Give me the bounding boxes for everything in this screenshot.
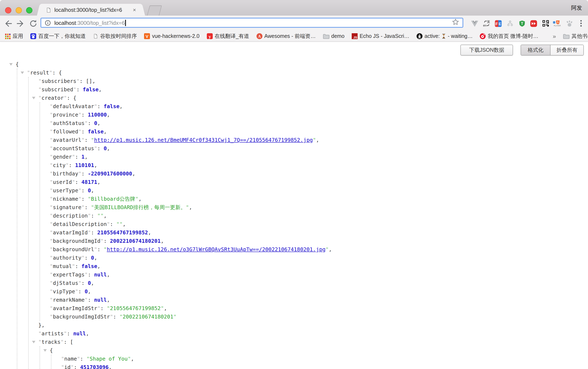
qr-code-icon[interactable] <box>541 18 550 28</box>
json-token: avatarImgIdStr <box>53 305 97 311</box>
json-url-link[interactable]: http://p1.music.126.net/BmeUMF4Cr0f3431C… <box>94 137 313 143</box>
json-token: " <box>50 280 53 286</box>
json-token: " <box>50 297 53 303</box>
json-line: "mutual": false, <box>0 262 588 270</box>
forward-button[interactable] <box>16 19 25 28</box>
tab-close-icon[interactable]: × <box>133 7 136 13</box>
json-token: " <box>82 137 85 143</box>
vue-icon: V <box>144 33 150 39</box>
json-token: " <box>50 229 53 236</box>
bookmark-item[interactable]: y在线翻译_有道 <box>207 33 249 40</box>
json-token: " <box>50 221 53 227</box>
svg-text:V: V <box>146 34 148 39</box>
json-token: 110000 <box>88 111 107 118</box>
json-token: , <box>131 356 134 362</box>
collapse-toggle-icon[interactable] <box>43 349 47 352</box>
json-token: birthday <box>53 170 78 177</box>
json-token: " <box>94 103 97 110</box>
json-token: " <box>78 187 82 194</box>
json-token: " <box>82 204 85 210</box>
json-token: " <box>50 128 53 135</box>
info-circle-icon[interactable] <box>45 20 51 26</box>
collapse-all-button[interactable]: 折叠所有 <box>550 45 583 55</box>
bookmark-star-icon[interactable] <box>452 18 459 27</box>
bookmark-item[interactable]: demo <box>323 33 345 39</box>
menu-dots-icon[interactable] <box>576 18 586 28</box>
json-token: , <box>107 297 110 303</box>
json-token: , <box>189 204 192 210</box>
bookmark-item[interactable]: active:- waiting… <box>417 33 472 39</box>
other-bookmarks-folder[interactable]: 其他书签 <box>563 33 588 40</box>
json-token: : <box>97 103 104 110</box>
json-line: "result": { <box>0 69 588 77</box>
back-button[interactable] <box>3 19 13 28</box>
json-token: " <box>50 246 53 252</box>
new-tab-button[interactable] <box>147 5 162 16</box>
profile-name[interactable]: 阿发 <box>571 4 582 12</box>
json-token: " <box>50 179 53 185</box>
json-token: backgroundImgId <box>53 238 100 244</box>
bookmark-item[interactable]: 谷歌按时间排序 <box>93 33 137 40</box>
json-line: "avatarImgIdStr": "2105564767199852", <box>0 304 588 313</box>
svg-text:A: A <box>258 34 261 39</box>
minimize-window-button[interactable] <box>16 7 22 13</box>
json-token: , <box>86 330 89 337</box>
bookmark-item[interactable]: Vvue-hackernews-2.0 <box>144 33 200 39</box>
bookmark-item[interactable]: AAwesomes - 前端资… <box>256 33 316 40</box>
json-token: : <box>76 86 83 93</box>
json-token: " <box>100 238 104 244</box>
zoom-window-button[interactable] <box>26 7 32 13</box>
json-token: " <box>82 255 85 261</box>
json-token: false <box>88 128 104 135</box>
collapse-toggle-icon[interactable] <box>21 71 24 74</box>
json-token: , <box>148 229 151 236</box>
download-circle-icon <box>417 33 422 39</box>
paw-gray-icon[interactable] <box>564 18 574 28</box>
json-line: "avatarImgId": 2105564767199852, <box>0 229 588 237</box>
json-token: " <box>50 305 53 311</box>
sitemap-icon[interactable] <box>505 18 515 28</box>
svg-text:F: F <box>495 21 498 26</box>
bookmark-item[interactable]: 我的首页 微博-随时… <box>480 33 538 40</box>
browser-tab[interactable]: localhost:3000/top_list?idx=6 × <box>42 4 140 16</box>
json-token: detailDescription <box>53 221 107 227</box>
bookmark-item[interactable]: JSEcho JS - JavaScri… <box>352 33 410 39</box>
shield-t-icon[interactable]: T <box>517 18 526 28</box>
url-bar[interactable]: localhost:3000/top_list?idx=6 <box>41 18 463 28</box>
vue-gray-icon[interactable] <box>470 18 479 28</box>
echojs-icon: JS <box>352 33 357 39</box>
collapse-toggle-icon[interactable] <box>32 97 35 99</box>
bookmarks-overflow-chevron[interactable]: » <box>553 33 556 40</box>
json-token: " <box>173 313 177 320</box>
json-line: "signature": "美国BILLBOARD排行榜，每周一更新。", <box>0 203 588 212</box>
json-line: "description": "", <box>0 212 588 220</box>
json-token: " <box>326 246 329 252</box>
json-token: authority <box>53 255 81 261</box>
translate-icon[interactable]: 英en <box>482 18 491 28</box>
json-token: " <box>50 187 53 194</box>
json-token: djStatus <box>53 280 78 286</box>
json-url-link[interactable]: http://p1.music.126.net/o3G7lWrGBQAvSRt3… <box>107 246 326 252</box>
fast-forward-icon[interactable] <box>529 18 538 28</box>
json-token: 2002210674180201 <box>123 313 173 320</box>
json-token: : <box>82 196 88 202</box>
reload-button[interactable] <box>29 19 38 28</box>
bookmark-item[interactable]: 应用 <box>5 33 23 40</box>
collapse-toggle-icon[interactable] <box>9 63 13 66</box>
close-window-button[interactable] <box>5 7 11 13</box>
download-json-button[interactable]: 下载JSON数据 <box>460 45 513 56</box>
json-token: : { <box>67 95 76 101</box>
json-token: : <box>110 221 116 227</box>
json-token: " <box>88 196 91 202</box>
bookmark-item[interactable]: 百度一下，你就知道 <box>30 33 86 40</box>
json-token: " <box>85 120 88 126</box>
json-token: : <box>82 111 88 118</box>
json-line: "expertTags": null, <box>0 270 588 279</box>
bookmark-label: demo <box>331 33 345 39</box>
fe-icon[interactable]: FE <box>494 18 503 28</box>
json-token: " <box>110 313 113 320</box>
format-button[interactable]: 格式化 <box>521 45 550 55</box>
h5-player-icon[interactable]: 5PLAYER <box>553 18 562 28</box>
json-token: , <box>85 154 88 160</box>
collapse-toggle-icon[interactable] <box>32 341 35 343</box>
